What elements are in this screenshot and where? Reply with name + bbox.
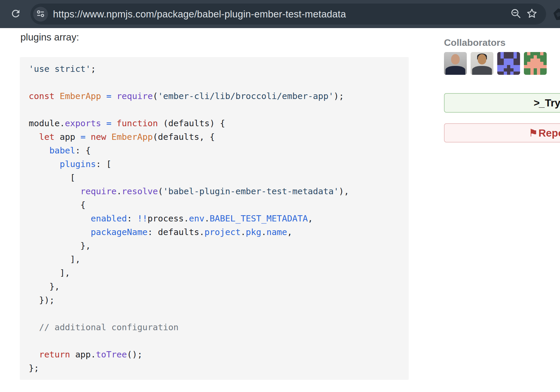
collaborator-avatar-3[interactable] [497,52,520,75]
bookmark-star-icon [526,7,538,21]
flag-icon: ⚑ [529,127,538,139]
avatar-face [451,54,460,64]
code-block: 'use strict'; const EmberApp = require('… [20,57,409,380]
zoom-out-button[interactable] [509,8,522,21]
code-line [29,334,402,348]
site-settings-icon [36,9,45,20]
identicon-pattern [497,52,520,75]
code-line: enabled: !!process.env.BABEL_TEST_METADA… [29,212,402,225]
browser-toolbar: https://www.npmjs.com/package/babel-plug… [0,0,560,28]
runkit-button-bold-label: Try [545,97,560,108]
report-malware-button[interactable]: ⚑Report malware [444,123,560,142]
code-line: 'use strict'; [29,62,402,76]
package-sidebar: Collaborators >_Try on RunKit ⚑Report ma… [444,28,560,142]
code-line: }); [29,293,402,307]
address-bar[interactable]: https://www.npmjs.com/package/babel-plug… [30,4,546,25]
code-line: packageName: defaults.project.pkg.name, [29,225,402,239]
page-content: plugins array: 'use strict'; const Ember… [0,28,560,392]
avatar-face [478,54,486,64]
collaborator-avatar-1[interactable] [444,52,467,75]
zoom-out-icon [510,8,522,21]
code-line: [ [29,171,402,184]
avatar-shirt [472,66,492,75]
code-line: }, [29,239,402,252]
code-line: }, [29,280,402,293]
code-line [29,307,402,320]
runkit-terminal-icon: >_ [534,97,544,108]
readme-paragraph: plugins array: [20,31,409,43]
code-line: require.resolve('babel-plugin-ember-test… [29,184,402,198]
collaborator-avatar-4[interactable] [524,52,547,75]
report-button-bold-label: Report [538,127,560,139]
identicon-pattern [524,52,547,75]
try-on-runkit-button[interactable]: >_Try on RunKit [444,93,560,113]
code-line: // additional configuration [29,320,402,334]
collaborators-heading: Collaborators [444,38,560,48]
extension-partial-icon[interactable] [551,8,560,21]
avatar-shirt [445,66,466,75]
code-line: ], [29,252,402,266]
reload-icon [10,8,21,20]
bookmark-button[interactable] [525,8,538,21]
code-line [29,76,402,89]
code-line: plugins: [ [29,157,402,171]
code-line: ], [29,266,402,280]
code-line: }; [29,361,402,375]
collaborators-avatar-row [444,52,560,75]
code-line: module.exports = function (defaults) { [29,116,402,130]
code-line: babel: { [29,144,402,157]
url-text[interactable]: https://www.npmjs.com/package/babel-plug… [53,9,346,20]
code-line: const EmberApp = require('ember-cli/lib/… [29,89,402,103]
readme-section: plugins array: 'use strict'; const Ember… [20,28,409,380]
code-line: return app.toTree(); [29,348,402,361]
code-line: let app = new EmberApp(defaults, { [29,130,402,144]
reload-button[interactable] [10,8,22,20]
code-line: { [29,198,402,212]
collaborator-avatar-2[interactable] [471,52,493,75]
code-line [29,103,402,116]
site-settings-button[interactable] [33,7,48,22]
